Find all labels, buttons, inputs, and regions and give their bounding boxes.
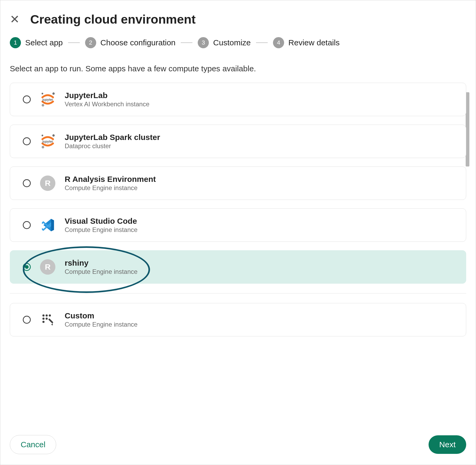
step-3[interactable]: 3 Customize <box>198 37 251 48</box>
dialog-footer: Cancel Next <box>10 414 466 454</box>
step-badge: 1 <box>10 37 21 48</box>
app-card-vscode[interactable]: Visual Studio Code Compute Engine instan… <box>10 208 466 242</box>
radio-checked-icon[interactable] <box>23 263 31 271</box>
create-env-dialog: ✕ Creating cloud environment 1 Select ap… <box>0 0 476 465</box>
r-icon: R <box>38 257 57 277</box>
svg-point-12 <box>46 318 48 320</box>
app-name: Visual Studio Code <box>65 217 138 226</box>
app-subtitle: Compute Engine instance <box>65 268 138 275</box>
step-badge: 3 <box>198 37 209 48</box>
step-connector <box>68 42 80 43</box>
step-connector <box>256 42 268 43</box>
apps-list: jupyter JupyterLab Vertex AI Workbench i… <box>10 83 466 414</box>
step-2[interactable]: 2 Choose configuration <box>85 37 176 48</box>
app-card-jupyterlab-spark[interactable]: jupyter JupyterLab Spark cluster Datapro… <box>10 125 466 158</box>
svg-point-5 <box>52 134 55 137</box>
step-badge: 2 <box>85 37 96 48</box>
cancel-button[interactable]: Cancel <box>10 435 56 454</box>
stepper: 1 Select app 2 Choose configuration 3 Cu… <box>10 37 466 64</box>
svg-point-4 <box>42 135 43 136</box>
radio-unchecked-icon[interactable] <box>23 95 31 103</box>
svg-point-1 <box>52 93 55 95</box>
app-card-jupyterlab[interactable]: jupyter JupyterLab Vertex AI Workbench i… <box>10 83 466 116</box>
svg-text:jupyter: jupyter <box>42 98 53 102</box>
step-label: Choose configuration <box>100 38 176 47</box>
app-subtitle: Compute Engine instance <box>65 321 138 328</box>
svg-point-6 <box>42 146 44 148</box>
r-icon: R <box>38 174 57 193</box>
vscode-icon <box>38 216 57 235</box>
step-badge: 4 <box>273 37 284 48</box>
app-name: R Analysis Environment <box>65 175 156 184</box>
step-connector <box>181 42 192 43</box>
radio-unchecked-icon[interactable] <box>23 179 31 187</box>
app-card-custom[interactable]: Custom Compute Engine instance <box>10 303 466 336</box>
svg-point-9 <box>46 314 48 317</box>
svg-marker-15 <box>51 323 54 326</box>
app-name: Custom <box>65 311 138 320</box>
scrollbar[interactable] <box>466 92 469 166</box>
step-label: Select app <box>25 38 63 47</box>
svg-point-11 <box>42 318 45 320</box>
app-subtitle: Dataproc cluster <box>65 142 160 150</box>
next-button[interactable]: Next <box>429 435 466 454</box>
dialog-header: ✕ Creating cloud environment <box>10 6 466 37</box>
app-card-rshiny[interactable]: R rshiny Compute Engine instance <box>10 250 466 284</box>
radio-unchecked-icon[interactable] <box>23 137 31 145</box>
svg-text:jupyter: jupyter <box>42 140 53 143</box>
step-label: Customize <box>213 38 251 47</box>
jupyter-icon: jupyter <box>38 90 57 109</box>
jupyter-icon: jupyter <box>38 132 57 151</box>
app-name: JupyterLab Spark cluster <box>65 133 160 142</box>
divider <box>10 293 466 293</box>
app-name: rshiny <box>65 258 138 267</box>
close-icon[interactable]: ✕ <box>10 14 20 25</box>
svg-point-0 <box>42 93 43 94</box>
svg-point-8 <box>42 314 45 317</box>
svg-rect-14 <box>48 318 54 324</box>
step-description: Select an app to run. Some apps have a f… <box>10 64 466 83</box>
app-card-r-analysis[interactable]: R R Analysis Environment Compute Engine … <box>10 166 466 200</box>
svg-point-10 <box>49 314 51 317</box>
svg-point-2 <box>42 104 44 107</box>
app-subtitle: Compute Engine instance <box>65 226 138 234</box>
svg-point-13 <box>42 321 45 323</box>
custom-icon <box>38 310 57 329</box>
radio-unchecked-icon[interactable] <box>23 221 31 229</box>
app-subtitle: Compute Engine instance <box>65 184 156 192</box>
step-label: Review details <box>288 38 340 47</box>
step-4[interactable]: 4 Review details <box>273 37 340 48</box>
app-name: JupyterLab <box>65 91 149 100</box>
radio-unchecked-icon[interactable] <box>23 316 31 324</box>
app-subtitle: Vertex AI Workbench instance <box>65 100 149 108</box>
dialog-title: Creating cloud environment <box>30 12 196 27</box>
step-1[interactable]: 1 Select app <box>10 37 63 48</box>
